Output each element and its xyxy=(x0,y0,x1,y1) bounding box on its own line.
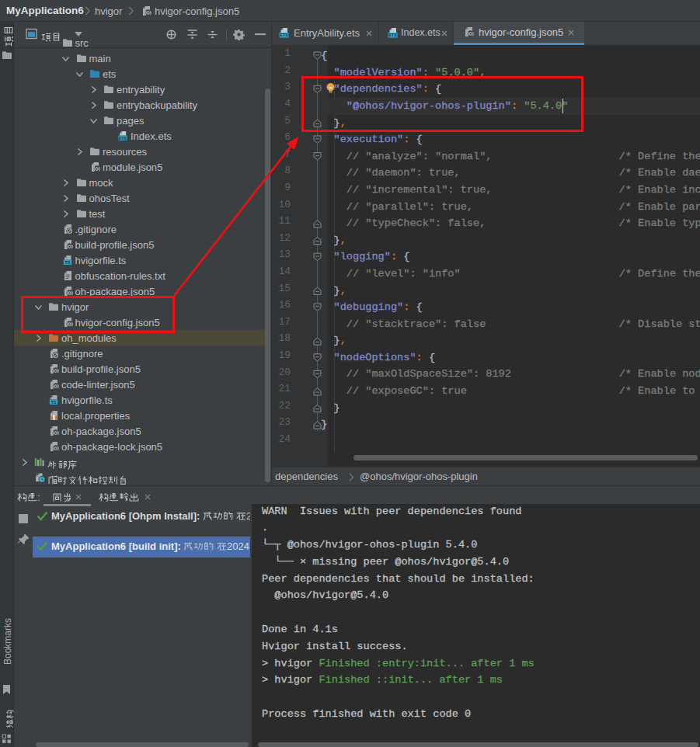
svg-text:TS: TS xyxy=(50,400,56,405)
svg-text:ETS: ETS xyxy=(119,136,127,141)
svg-text:ETS: ETS xyxy=(388,33,397,37)
svg-text:TS: TS xyxy=(64,260,70,265)
